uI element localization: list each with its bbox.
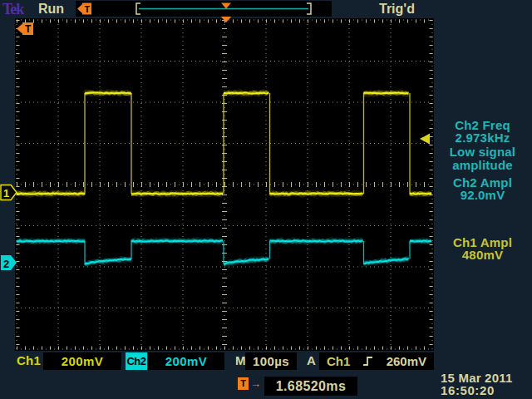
ch2-scale-readout: 200mV [148,352,224,370]
record-trigger-icon-label: T [85,4,91,14]
measurement-ch2-ampl-value: 92.0mV [433,189,532,202]
ch2-label-selected: Ch2 [126,352,147,370]
measurement-ch2-freq-value: 2.973kHz [433,131,532,145]
record-view: T [76,1,332,17]
timebase-readout: 100µs [245,352,297,370]
trigger-readout: Ch1 260mV [319,352,434,370]
delay-trigger-icon: T [238,377,249,390]
ch2-marker-label: 2 [3,258,9,270]
trigger-status: Trig'd [379,2,415,17]
oscilloscope-screen: 1 2 T Tek Run T [0,0,532,399]
record-trigger-marker-icon [221,3,231,9]
trigger-level-value: 260mV [387,354,426,368]
graticule-background [15,18,434,351]
timebase-label: M [235,353,246,367]
title-bar: Tek Run T Trig'd [0,0,532,18]
tek-logo: Tek [2,1,23,18]
measurement-ch2-freq-note: Low signal amplitude [433,145,532,171]
delay-time-readout: 1.68520ms [264,377,357,396]
trigger-mode-label: A [307,353,316,367]
ch1-marker-label: 1 [3,187,9,200]
acquisition-status: Run [38,2,64,17]
right-arrow-icon: → [250,378,261,389]
rising-edge-icon [362,356,373,367]
horizontal-trigger-position-icon: T [77,3,91,15]
time-display: 16:50:20 [441,383,495,397]
record-view-graphic: T [76,1,332,17]
ch1-label: Ch1 [17,353,41,367]
trigger-source: Ch1 [327,354,350,368]
measurement-ch1-ampl-value: 480mV [433,249,532,262]
ch1-scale-readout: 200mV [43,352,121,370]
